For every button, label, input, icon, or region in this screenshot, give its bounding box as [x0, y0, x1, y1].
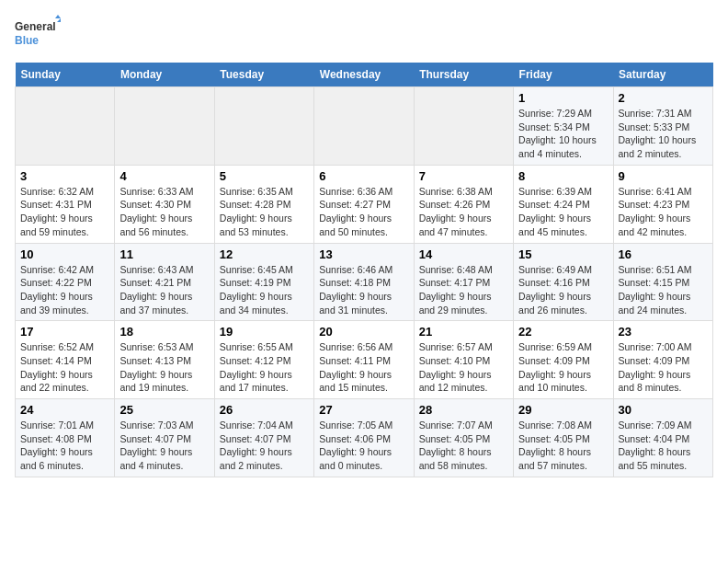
calendar-cell: 7Sunrise: 6:38 AM Sunset: 4:26 PM Daylig…: [414, 165, 513, 243]
calendar-cell: 10Sunrise: 6:42 AM Sunset: 4:22 PM Dayli…: [16, 243, 115, 321]
calendar-cell: 22Sunrise: 6:59 AM Sunset: 4:09 PM Dayli…: [514, 321, 613, 399]
day-info: Sunrise: 6:59 AM Sunset: 4:09 PM Dayligh…: [518, 340, 608, 395]
day-info: Sunrise: 7:00 AM Sunset: 4:09 PM Dayligh…: [619, 340, 708, 395]
calendar-cell: 27Sunrise: 7:05 AM Sunset: 4:06 PM Dayli…: [314, 399, 414, 477]
day-info: Sunrise: 6:33 AM Sunset: 4:30 PM Dayligh…: [119, 185, 209, 239]
weekday-header: Thursday: [414, 63, 513, 87]
calendar-cell: [314, 87, 414, 166]
day-info: Sunrise: 6:41 AM Sunset: 4:23 PM Dayligh…: [619, 185, 708, 239]
calendar-cell: 18Sunrise: 6:53 AM Sunset: 4:13 PM Dayli…: [115, 321, 214, 399]
weekday-header-row: SundayMondayTuesdayWednesdayThursdayFrid…: [16, 63, 713, 87]
weekday-header: Tuesday: [214, 63, 313, 87]
calendar-cell: 21Sunrise: 6:57 AM Sunset: 4:10 PM Dayli…: [414, 321, 513, 399]
calendar-cell: 11Sunrise: 6:43 AM Sunset: 4:21 PM Dayli…: [115, 243, 214, 321]
day-info: Sunrise: 6:42 AM Sunset: 4:22 PM Dayligh…: [20, 263, 109, 317]
day-number: 23: [619, 325, 708, 339]
calendar-cell: [414, 87, 513, 166]
day-number: 12: [220, 247, 309, 261]
logo: General Blue: [15, 15, 61, 52]
calendar-cell: 19Sunrise: 6:55 AM Sunset: 4:12 PM Dayli…: [214, 321, 313, 399]
day-number: 2: [619, 91, 708, 105]
day-number: 26: [220, 403, 309, 417]
calendar-cell: 1Sunrise: 7:29 AM Sunset: 5:34 PM Daylig…: [514, 87, 613, 166]
calendar-week-row: 3Sunrise: 6:32 AM Sunset: 4:31 PM Daylig…: [16, 165, 713, 243]
calendar-cell: 13Sunrise: 6:46 AM Sunset: 4:18 PM Dayli…: [314, 243, 414, 321]
calendar-cell: 26Sunrise: 7:04 AM Sunset: 4:07 PM Dayli…: [214, 399, 313, 477]
calendar-week-row: 17Sunrise: 6:52 AM Sunset: 4:14 PM Dayli…: [16, 321, 713, 399]
day-number: 9: [619, 169, 708, 183]
day-number: 8: [518, 169, 608, 183]
day-number: 28: [419, 403, 508, 417]
day-number: 19: [220, 325, 309, 339]
day-info: Sunrise: 7:03 AM Sunset: 4:07 PM Dayligh…: [119, 419, 209, 473]
day-number: 29: [518, 403, 608, 417]
calendar-cell: 4Sunrise: 6:33 AM Sunset: 4:30 PM Daylig…: [115, 165, 214, 243]
calendar-cell: 12Sunrise: 6:45 AM Sunset: 4:19 PM Dayli…: [214, 243, 313, 321]
day-number: 21: [419, 325, 508, 339]
calendar-cell: 9Sunrise: 6:41 AM Sunset: 4:23 PM Daylig…: [613, 165, 712, 243]
calendar-cell: 5Sunrise: 6:35 AM Sunset: 4:28 PM Daylig…: [214, 165, 313, 243]
day-info: Sunrise: 6:52 AM Sunset: 4:14 PM Dayligh…: [20, 340, 109, 395]
day-number: 14: [419, 247, 508, 261]
calendar-cell: 3Sunrise: 6:32 AM Sunset: 4:31 PM Daylig…: [16, 165, 115, 243]
day-info: Sunrise: 6:56 AM Sunset: 4:11 PM Dayligh…: [319, 340, 408, 395]
day-info: Sunrise: 6:55 AM Sunset: 4:12 PM Dayligh…: [220, 340, 309, 395]
day-info: Sunrise: 6:45 AM Sunset: 4:19 PM Dayligh…: [220, 263, 309, 317]
calendar-cell: 17Sunrise: 6:52 AM Sunset: 4:14 PM Dayli…: [16, 321, 115, 399]
day-number: 18: [119, 325, 209, 339]
day-info: Sunrise: 6:48 AM Sunset: 4:17 PM Dayligh…: [419, 263, 508, 317]
day-info: Sunrise: 6:43 AM Sunset: 4:21 PM Dayligh…: [119, 263, 209, 317]
calendar-cell: 29Sunrise: 7:08 AM Sunset: 4:05 PM Dayli…: [514, 399, 613, 477]
svg-text:Blue: Blue: [15, 34, 39, 47]
day-info: Sunrise: 7:08 AM Sunset: 4:05 PM Dayligh…: [518, 419, 608, 473]
svg-marker-2: [55, 15, 61, 18]
day-number: 25: [119, 403, 209, 417]
calendar-cell: 28Sunrise: 7:07 AM Sunset: 4:05 PM Dayli…: [414, 399, 513, 477]
calendar-cell: 8Sunrise: 6:39 AM Sunset: 4:24 PM Daylig…: [514, 165, 613, 243]
day-number: 20: [319, 325, 408, 339]
weekday-header: Wednesday: [314, 63, 414, 87]
calendar-cell: 23Sunrise: 7:00 AM Sunset: 4:09 PM Dayli…: [613, 321, 712, 399]
calendar-table: SundayMondayTuesdayWednesdayThursdayFrid…: [15, 63, 713, 477]
day-number: 10: [20, 247, 109, 261]
calendar-cell: [214, 87, 313, 166]
day-info: Sunrise: 6:39 AM Sunset: 4:24 PM Dayligh…: [518, 185, 608, 239]
day-info: Sunrise: 6:32 AM Sunset: 4:31 PM Dayligh…: [20, 185, 109, 239]
day-info: Sunrise: 7:04 AM Sunset: 4:07 PM Dayligh…: [220, 419, 309, 473]
calendar-cell: [16, 87, 115, 166]
day-info: Sunrise: 7:29 AM Sunset: 5:34 PM Dayligh…: [518, 107, 608, 161]
calendar-week-row: 24Sunrise: 7:01 AM Sunset: 4:08 PM Dayli…: [16, 399, 713, 477]
day-info: Sunrise: 6:57 AM Sunset: 4:10 PM Dayligh…: [419, 340, 508, 395]
calendar-week-row: 1Sunrise: 7:29 AM Sunset: 5:34 PM Daylig…: [16, 87, 713, 166]
weekday-header: Sunday: [16, 63, 115, 87]
day-info: Sunrise: 7:31 AM Sunset: 5:33 PM Dayligh…: [619, 107, 708, 161]
day-number: 22: [518, 325, 608, 339]
calendar-cell: 15Sunrise: 6:49 AM Sunset: 4:16 PM Dayli…: [514, 243, 613, 321]
day-number: 27: [319, 403, 408, 417]
svg-marker-3: [57, 18, 61, 22]
day-info: Sunrise: 7:07 AM Sunset: 4:05 PM Dayligh…: [419, 419, 508, 473]
weekday-header: Friday: [514, 63, 613, 87]
day-number: 15: [518, 247, 608, 261]
day-number: 5: [220, 169, 309, 183]
calendar-cell: 25Sunrise: 7:03 AM Sunset: 4:07 PM Dayli…: [115, 399, 214, 477]
day-number: 17: [20, 325, 109, 339]
day-info: Sunrise: 6:49 AM Sunset: 4:16 PM Dayligh…: [518, 263, 608, 317]
day-number: 1: [518, 91, 608, 105]
calendar-cell: 16Sunrise: 6:51 AM Sunset: 4:15 PM Dayli…: [613, 243, 712, 321]
day-number: 24: [20, 403, 109, 417]
logo-svg: General Blue: [15, 15, 61, 52]
day-info: Sunrise: 6:46 AM Sunset: 4:18 PM Dayligh…: [319, 263, 408, 317]
calendar-cell: 24Sunrise: 7:01 AM Sunset: 4:08 PM Dayli…: [16, 399, 115, 477]
calendar-cell: 20Sunrise: 6:56 AM Sunset: 4:11 PM Dayli…: [314, 321, 414, 399]
svg-text:General: General: [15, 20, 56, 33]
day-number: 3: [20, 169, 109, 183]
day-number: 13: [319, 247, 408, 261]
day-number: 7: [419, 169, 508, 183]
day-number: 11: [119, 247, 209, 261]
day-number: 4: [119, 169, 209, 183]
day-info: Sunrise: 6:35 AM Sunset: 4:28 PM Dayligh…: [220, 185, 309, 239]
day-info: Sunrise: 6:53 AM Sunset: 4:13 PM Dayligh…: [119, 340, 209, 395]
day-number: 16: [619, 247, 708, 261]
calendar-cell: 2Sunrise: 7:31 AM Sunset: 5:33 PM Daylig…: [613, 87, 712, 166]
